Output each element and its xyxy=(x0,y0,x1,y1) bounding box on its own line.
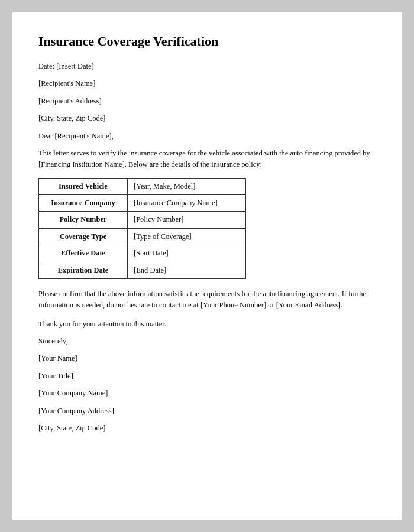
table-label-cell: Coverage Type xyxy=(39,228,128,245)
document-title: Insurance Coverage Verification xyxy=(38,34,376,49)
table-value-cell: [End Date] xyxy=(128,262,246,278)
table-row: Insured Vehicle[Year, Make, Model] xyxy=(39,178,246,194)
table-label-cell: Insurance Company xyxy=(39,195,128,212)
recipient-city: [City, State, Zip Code] xyxy=(38,113,376,124)
date-line: Date: [Insert Date] xyxy=(38,61,376,72)
table-label-cell: Policy Number xyxy=(39,212,128,228)
table-row: Coverage Type[Type of Coverage] xyxy=(39,228,246,245)
document-container: Insurance Coverage Verification Date: [I… xyxy=(12,12,402,520)
table-label-cell: Expiration Date xyxy=(39,262,128,278)
confirmation-paragraph: Please confirm that the above informatio… xyxy=(38,288,376,312)
table-value-cell: [Type of Coverage] xyxy=(128,228,246,245)
your-title: [Your Title] xyxy=(38,371,376,382)
closing: Sincerely, xyxy=(38,336,376,347)
recipient-address: [Recipient's Address] xyxy=(38,96,376,107)
table-row: Effective Date[Start Date] xyxy=(39,245,246,262)
salutation: Dear [Recipient's Name], xyxy=(38,131,376,142)
table-label-cell: Effective Date xyxy=(39,245,128,262)
your-city: [City, State, Zip Code] xyxy=(38,423,376,434)
your-company-address: [Your Company Address] xyxy=(38,406,376,417)
table-label-cell: Insured Vehicle xyxy=(39,178,128,194)
table-row: Expiration Date[End Date] xyxy=(39,262,246,278)
table-row: Policy Number[Policy Number] xyxy=(39,212,246,228)
table-value-cell: [Start Date] xyxy=(128,245,246,262)
policy-table: Insured Vehicle[Year, Make, Model]Insura… xyxy=(38,178,246,279)
table-value-cell: [Policy Number] xyxy=(128,212,246,228)
recipient-name: [Recipient's Name] xyxy=(38,78,376,89)
table-value-cell: [Insurance Company Name] xyxy=(128,195,246,212)
table-row: Insurance Company[Insurance Company Name… xyxy=(39,195,246,212)
your-company: [Your Company Name] xyxy=(38,388,376,399)
your-name: [Your Name] xyxy=(38,353,376,364)
table-value-cell: [Year, Make, Model] xyxy=(128,178,246,194)
thank-you: Thank you for your attention to this mat… xyxy=(38,319,376,330)
body-paragraph: This letter serves to verify the insuran… xyxy=(38,148,376,171)
